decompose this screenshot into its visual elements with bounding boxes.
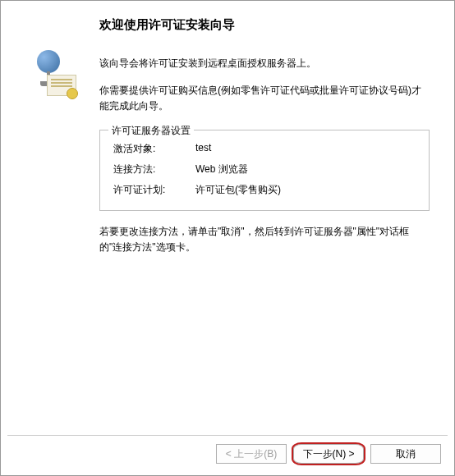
setting-row-plan: 许可证计划: 许可证包(零售购买) [113,183,416,197]
wizard-footer: < 上一步(B) 下一步(N) > 取消 [1,436,454,475]
setting-row-activation: 激活对象: test [113,142,416,156]
value-connection: Web 浏览器 [195,162,416,176]
value-activation: test [195,142,416,156]
label-connection: 连接方法: [113,162,195,176]
label-plan: 许可证计划: [113,183,195,197]
note-text: 若要更改连接方法，请单击"取消"，然后转到许可证服务器"属性"对话框的"连接方法… [99,224,430,255]
server-settings-group: 许可证服务器设置 激活对象: test 连接方法: Web 浏览器 许可证计划:… [99,130,430,211]
back-button: < 上一步(B) [216,444,287,464]
group-title: 许可证服务器设置 [108,124,194,138]
wizard-title: 欢迎使用许可证安装向导 [99,17,430,33]
label-activation: 激活对象: [113,142,195,156]
content-area: 欢迎使用许可证安装向导 该向导会将许可证安装到远程桌面授权服务器上。 你需要提供… [1,1,454,435]
next-button[interactable]: 下一步(N) > [293,444,364,464]
setting-row-connection: 连接方法: Web 浏览器 [113,162,416,176]
intro-text-2: 你需要提供许可证购买信息(例如零售许可证代码或批量许可证协议号码)才能完成此向导… [99,83,430,114]
wizard-window: 欢迎使用许可证安装向导 该向导会将许可证安装到远程桌面授权服务器上。 你需要提供… [0,0,455,476]
intro-text-1: 该向导会将许可证安装到远程桌面授权服务器上。 [99,56,430,71]
value-plan: 许可证包(零售购买) [195,183,416,197]
license-install-icon [25,50,75,99]
left-panel [17,17,99,435]
right-panel: 欢迎使用许可证安装向导 该向导会将许可证安装到远程桌面授权服务器上。 你需要提供… [99,17,438,435]
cancel-button[interactable]: 取消 [370,444,441,464]
